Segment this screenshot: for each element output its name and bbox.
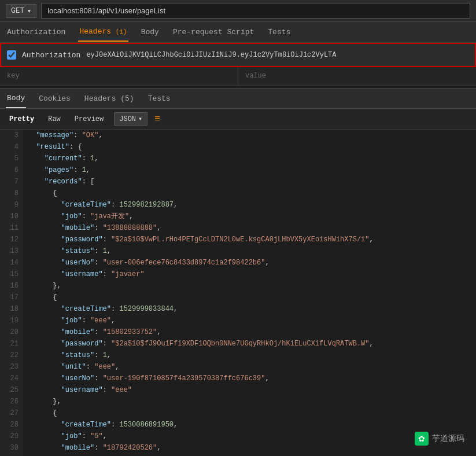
json-line: 22 "status": 1, [0,350,476,361]
json-line: 19 "job": "eee", [0,315,476,326]
json-line: 8 { [0,187,476,199]
request-tabs: Authorization Headers (1) Body Pre-reque… [0,22,476,43]
json-line: 27 { [0,407,476,419]
json-line: 28 "createTime": 1530086891950, [0,419,476,431]
json-line: 25 "username": "eee" [0,384,476,396]
line-content: "username": "javaer" [23,269,149,280]
resp-tab-cookies[interactable]: Cookies [38,90,72,108]
json-line: 30 "mobile": "18792420526", [0,442,476,454]
line-number: 11 [0,222,23,234]
json-line: 29 "job": "5", [0,431,476,442]
tab-body[interactable]: Body [140,23,160,41]
line-number: 22 [0,350,23,361]
line-content: { [23,292,61,303]
kv-key-placeholder[interactable]: key [0,67,238,85]
line-content: "password": "$2a$10$fJ9Ou1Ffi9XDF1OQbn0N… [23,338,378,350]
json-line: 10 "job": "java开发", [0,211,476,222]
response-tabs: Body Cookies Headers (5) Tests [0,88,476,109]
watermark-icon: ✿ [415,432,429,446]
watermark-text: 芋道源码 [432,433,464,444]
line-content: "pages": 1, [23,164,95,176]
json-line: 31 "password": "$2a$10$fRJZ6tlCQpGUxsKVc… [0,454,476,456]
line-content: }, [23,280,66,292]
line-content: "password": "$2a$10$fRJZ6tlCQpGUxsKVcA4y… [23,454,378,456]
line-number: 15 [0,269,23,280]
json-line: 24 "userNo": "user-190f8710857f4a2395703… [0,373,476,384]
kv-value-placeholder[interactable]: value [238,67,476,85]
line-number: 9 [0,199,23,211]
json-line: 17 { [0,292,476,303]
line-number: 24 [0,373,23,384]
line-number: 3 [0,130,23,141]
tab-authorization[interactable]: Authorization [6,23,67,41]
auth-row: Authorization eyJ0eXAiOiJKV1QiLCJhbGciOi… [0,43,476,67]
json-line: 6 "pages": 1, [0,164,476,176]
url-input[interactable] [41,3,470,19]
auth-value: eyJ0eXAiOiJKV1QiLCJhbGciOiJIUzI1NiJ9.eyJ… [86,51,469,59]
line-content: "createTime": 1529999033844, [23,303,182,315]
view-bar: Pretty Raw Preview JSON ▾ ≡ [0,109,476,130]
line-number: 14 [0,257,23,269]
method-select[interactable]: GET ▾ [6,4,36,18]
line-number: 4 [0,141,23,153]
line-number: 19 [0,315,23,326]
line-number: 21 [0,338,23,350]
line-number: 27 [0,407,23,419]
json-line: 14 "userNo": "user-006efece76c8433d8974c… [0,257,476,269]
auth-label: Authorization [22,51,80,60]
resp-tab-tests[interactable]: Tests [147,90,172,108]
line-number: 18 [0,303,23,315]
line-content: "password": "$2a$10$VwPL.rHo4PETgCcLDTN2… [23,234,378,245]
method-chevron: ▾ [27,6,31,16]
line-number: 28 [0,419,23,431]
wrap-icon[interactable]: ≡ [154,114,160,124]
line-number: 25 [0,384,23,396]
line-number: 17 [0,292,23,303]
line-content: { [23,187,61,199]
line-content: "userNo": "user-190f8710857f4a239570387f… [23,373,274,384]
tab-tests[interactable]: Tests [267,23,291,41]
method-label: GET [11,6,24,15]
json-line: 20 "mobile": "15802933752", [0,326,476,338]
auth-checkbox[interactable] [7,50,16,60]
view-raw[interactable]: Raw [45,113,64,126]
line-number: 7 [0,176,23,187]
resp-tab-body[interactable]: Body [6,89,26,108]
line-content: "message": "OK", [23,130,108,141]
json-line: 7 "records": [ [0,176,476,187]
kv-row: key value [0,67,476,86]
line-number: 29 [0,431,23,442]
json-line: 15 "username": "javaer" [0,269,476,280]
line-number: 12 [0,234,23,245]
line-content: "job": "5", [23,431,112,442]
line-number: 31 [0,454,23,456]
line-number: 6 [0,164,23,176]
line-number: 13 [0,245,23,257]
view-preview[interactable]: Preview [71,113,107,126]
json-line: 9 "createTime": 1529982192887, [0,199,476,211]
line-content: "createTime": 1530086891950, [23,419,182,431]
json-line: 13 "status": 1, [0,245,476,257]
line-number: 10 [0,211,23,222]
format-select[interactable]: JSON ▾ [114,112,147,126]
line-content: "mobile": "18792420526", [23,442,165,454]
line-content: "job": "java开发", [23,211,138,222]
line-content: "mobile": "13888888888", [23,222,165,234]
tab-pre-request-script[interactable]: Pre-request Script [172,23,255,41]
json-line: 11 "mobile": "13888888888", [0,222,476,234]
line-content: "mobile": "15802933752", [23,326,165,338]
line-content: "records": [ [23,176,99,187]
line-number: 16 [0,280,23,292]
json-line: 18 "createTime": 1529999033844, [0,303,476,315]
json-line: 16 }, [0,280,476,292]
line-number: 26 [0,396,23,407]
line-number: 8 [0,187,23,199]
json-line: 12 "password": "$2a$10$VwPL.rHo4PETgCcLD… [0,234,476,245]
tab-headers[interactable]: Headers (1) [78,23,128,42]
line-number: 5 [0,153,23,164]
resp-tab-headers[interactable]: Headers (5) [83,90,135,108]
view-pretty[interactable]: Pretty [6,113,38,126]
json-line: 3 "message": "OK", [0,130,476,141]
line-content: "status": 1, [23,350,116,361]
line-content: "userNo": "user-006efece76c8433d8974c1a2… [23,257,274,269]
